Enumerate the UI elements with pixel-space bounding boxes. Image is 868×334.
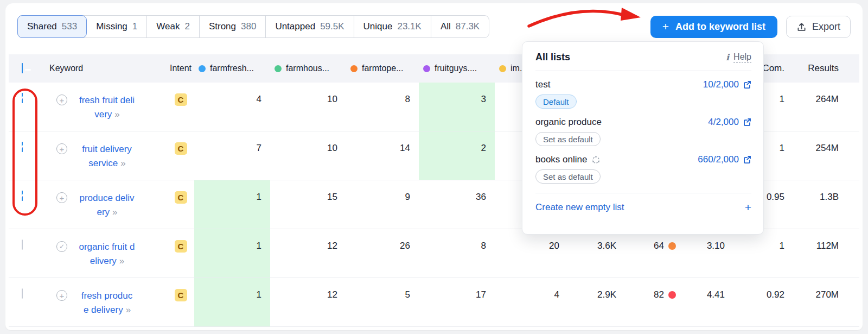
competitor-dot — [499, 65, 506, 72]
add-to-list-icon[interactable]: + — [56, 192, 67, 203]
row-checkbox[interactable] — [22, 288, 23, 299]
add-to-list-icon[interactable]: + — [56, 290, 67, 301]
column-header-competitor-4[interactable]: fruitguys.... — [419, 64, 495, 73]
add-to-keyword-list-button[interactable]: + Add to keyword list — [650, 16, 777, 38]
cell-cpc: 3.10 — [685, 229, 733, 278]
competitor-dot — [199, 65, 206, 72]
list-usage-link[interactable]: 660/2,000 — [698, 154, 751, 165]
tab-label: All — [441, 21, 451, 32]
info-icon: i — [726, 52, 729, 62]
tab-label: Untapped — [275, 21, 315, 32]
tab-all[interactable]: All87.3K — [431, 16, 489, 37]
list-item[interactable]: books online 660/2,000 Set as default — [535, 154, 751, 184]
row-checkbox[interactable] — [22, 240, 23, 250]
column-header-competitor-3[interactable]: farmtope... — [346, 64, 419, 73]
add-to-list-icon[interactable]: + — [56, 143, 67, 154]
competitor-dot — [423, 65, 430, 72]
column-header-label: Keyword — [49, 64, 83, 73]
cell-results: 1.3B — [793, 180, 847, 229]
in-list-check-icon[interactable]: ✓ — [56, 241, 67, 252]
cell-competitor-3: 9 — [346, 180, 419, 229]
tab-weak[interactable]: Weak2 — [147, 16, 200, 37]
help-link[interactable]: i Help — [726, 52, 751, 63]
column-header-competitor-1[interactable]: farmfresh... — [194, 64, 270, 73]
tab-shared[interactable]: Shared533 — [17, 15, 87, 38]
column-header-label: Com. — [762, 63, 784, 73]
tab-count: 23.1K — [397, 21, 421, 32]
cell-results: 112M — [793, 229, 847, 278]
create-new-list-plus-icon[interactable]: + — [745, 201, 751, 214]
keyword-list-dropdown: All lists i Help test 10/2,000 Default o… — [522, 41, 764, 235]
cell-competitor-3: 8 — [346, 83, 419, 131]
chevrons-icon[interactable]: » — [120, 158, 125, 168]
list-usage: 660/2,000 — [698, 154, 739, 165]
row-checkbox[interactable] — [22, 93, 23, 103]
tab-strong[interactable]: Strong380 — [200, 16, 266, 37]
cell-volume: 3.6K — [568, 229, 625, 278]
row-checkbox[interactable] — [22, 191, 23, 201]
competitor-dot — [350, 65, 358, 72]
column-header-intent[interactable]: Intent — [167, 64, 194, 73]
cell-volume: 2.9K — [568, 278, 625, 326]
cell-competitor-4: 2 — [419, 131, 495, 180]
chevrons-icon[interactable]: » — [126, 305, 130, 315]
cell-competitor-5: 4 — [495, 278, 568, 326]
tab-unique[interactable]: Unique23.1K — [354, 16, 431, 37]
tab-label: Strong — [209, 21, 236, 32]
chevrons-icon[interactable]: » — [112, 207, 117, 217]
intent-badge: C — [175, 142, 187, 155]
default-badge: Default — [535, 94, 577, 109]
row-checkbox[interactable] — [22, 142, 23, 152]
list-usage-link[interactable]: 4/2,000 — [708, 117, 751, 128]
cell-competitor-2: 12 — [270, 229, 346, 278]
keyword-link[interactable]: organic fruit d elivery — [79, 242, 135, 266]
tab-missing[interactable]: Missing1 — [87, 16, 147, 37]
cell-com: 1 — [733, 229, 793, 278]
tab-untapped[interactable]: Untapped59.5K — [266, 16, 354, 37]
column-header-label: farmfresh... — [210, 64, 254, 73]
tab-count: 380 — [241, 21, 256, 32]
cell-kd: 82 — [625, 278, 685, 326]
add-to-list-icon[interactable]: + — [56, 94, 67, 105]
column-header-label: Intent — [170, 64, 192, 73]
cell-results: 264M — [793, 83, 847, 131]
list-item[interactable]: organic produce 4/2,000 Set as default — [535, 117, 751, 146]
plus-icon: + — [662, 20, 669, 33]
cell-competitor-3: 5 — [346, 278, 419, 326]
kd-value: 82 — [654, 289, 664, 326]
cell-results: 270M — [793, 278, 847, 326]
cell-competitor-1: 7 — [194, 131, 270, 180]
create-new-list-link[interactable]: Create new empty list — [535, 202, 624, 213]
keyword-link[interactable]: fresh produc e delivery — [81, 291, 133, 315]
select-all-checkbox[interactable] — [22, 63, 23, 73]
kd-dot — [668, 291, 676, 299]
export-button[interactable]: Export — [786, 16, 851, 38]
external-link-icon — [743, 80, 751, 89]
table-row: ✓organic fruit d elivery» C 1 12 26 8 20… — [9, 229, 859, 278]
keyword-link[interactable]: produce deliv ery — [79, 193, 134, 217]
cell-competitor-3: 14 — [346, 131, 419, 180]
tab-count: 2 — [184, 21, 189, 32]
intent-badge: C — [175, 93, 187, 106]
cell-competitor-4: 36 — [419, 180, 495, 229]
set-as-default-button[interactable]: Set as default — [535, 132, 601, 146]
chevrons-icon[interactable]: » — [119, 256, 124, 266]
chevrons-icon[interactable]: » — [114, 109, 119, 119]
column-header-competitor-2[interactable]: farmhous... — [270, 64, 346, 73]
list-item[interactable]: test 10/2,000 Default — [535, 79, 751, 109]
column-header-keyword[interactable]: Keyword — [49, 64, 167, 73]
export-icon — [796, 22, 807, 32]
external-link-icon — [743, 155, 751, 164]
tab-label: Missing — [96, 21, 127, 32]
cell-competitor-2: 15 — [270, 180, 346, 229]
cell-competitor-4: 3 — [419, 83, 495, 131]
set-as-default-button[interactable]: Set as default — [535, 169, 601, 184]
tab-count: 87.3K — [456, 21, 480, 32]
competitor-dot — [275, 65, 282, 72]
column-header-results[interactable]: Results — [793, 63, 847, 74]
cell-competitor-2: 10 — [270, 83, 346, 131]
cell-cpc: 4.41 — [685, 278, 733, 326]
list-usage: 10/2,000 — [703, 79, 739, 90]
keyword-link[interactable]: fresh fruit deli very — [79, 95, 135, 119]
list-usage-link[interactable]: 10/2,000 — [703, 79, 751, 90]
